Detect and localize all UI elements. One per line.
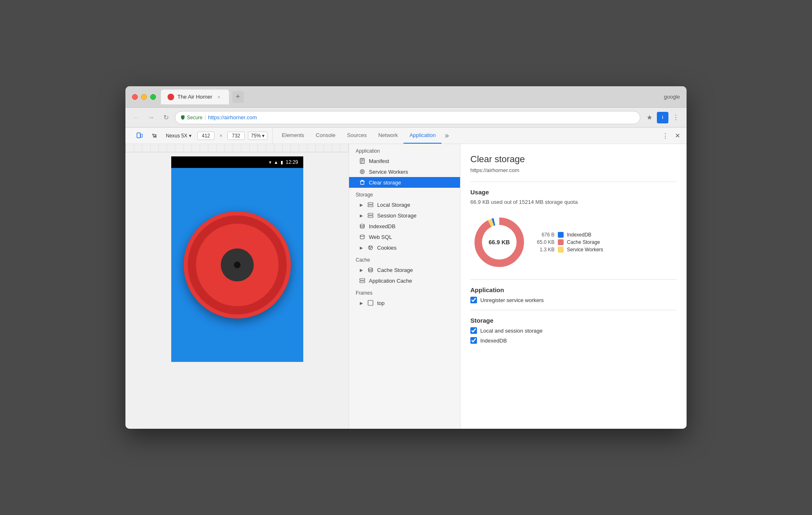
traffic-lights <box>132 94 156 100</box>
secure-badge: Secure <box>180 115 203 120</box>
devtools-more-button[interactable]: ⋮ <box>659 130 671 142</box>
zoom-level: 75% <box>251 133 261 139</box>
device-preview: ▾ ▲ ▮ 12:29 <box>125 152 349 429</box>
bookmark-button[interactable]: ★ <box>644 112 655 123</box>
dimension-x: × <box>218 133 224 139</box>
device-arrow: ▾ <box>189 133 191 139</box>
forward-button[interactable]: → <box>145 112 157 123</box>
chart-area: 66.9 KB 676 B IndexedDB 65.0 KB Cache St… <box>470 213 677 271</box>
zoom-selector[interactable]: 75% ▾ <box>248 132 267 140</box>
sidebar-item-application-cache[interactable]: Application Cache <box>349 275 460 286</box>
zoom-arrow: ▾ <box>262 133 264 139</box>
url-domain: airhorner.com <box>224 114 257 120</box>
cookies-label: Cookies <box>377 245 397 251</box>
preview-pane: ▾ ▲ ▮ 12:29 <box>125 144 349 429</box>
tab-network[interactable]: Network <box>373 128 404 144</box>
svg-rect-22 <box>360 279 365 280</box>
checkbox-unregister-sw: Unregister service workers <box>470 297 677 303</box>
divider-2 <box>470 279 677 280</box>
device-toggle-icon[interactable] <box>134 130 145 142</box>
tab-sources[interactable]: Sources <box>341 128 373 144</box>
cookies-icon <box>367 244 374 251</box>
main-content: ▾ ▲ ▮ 12:29 <box>125 144 687 429</box>
device-selector[interactable]: Nexus 5X ▾ <box>163 131 194 140</box>
sidebar-item-websql[interactable]: Web SQL <box>349 232 460 242</box>
top-label: top <box>377 300 385 306</box>
svg-point-15 <box>360 224 364 226</box>
application-cache-icon <box>359 277 366 284</box>
indexeddb-checkbox[interactable] <box>470 337 477 344</box>
tab-application[interactable]: Application <box>404 128 441 144</box>
tab-area: The Air Horner × + <box>161 90 659 104</box>
height-input[interactable]: 732 <box>227 132 245 140</box>
legend-item-service-workers: 1.3 KB Service Workers <box>536 247 603 253</box>
legend-size-service-workers: 1.3 KB <box>536 247 555 253</box>
manifest-label: Manifest <box>369 158 389 164</box>
sidebar-item-local-storage[interactable]: ▶ Local Storage <box>349 199 460 210</box>
new-tab-button[interactable]: + <box>232 91 244 103</box>
tab-title: The Air Horner <box>177 94 212 100</box>
indexeddb-icon <box>359 223 366 229</box>
title-bar: The Air Horner × + google <box>125 86 687 108</box>
svg-point-7 <box>361 171 363 172</box>
tab-close-button[interactable]: × <box>216 94 222 100</box>
local-storage-icon <box>367 201 374 208</box>
more-options-button[interactable]: ⋮ <box>670 112 682 123</box>
phone-screen: ▾ ▲ ▮ 12:29 <box>171 156 303 362</box>
devtools-close-button[interactable]: ✕ <box>672 130 683 142</box>
cache-storage-arrow: ▶ <box>359 267 364 272</box>
back-button[interactable]: ← <box>130 112 142 123</box>
url-bar-input[interactable]: Secure https://airhorner.com <box>175 111 640 124</box>
storage-section: Storage Local and session storage Indexe… <box>470 317 677 344</box>
legend-dot-indexeddb <box>558 232 564 238</box>
tab-console[interactable]: Console <box>310 128 341 144</box>
donut-chart: 66.9 KB <box>470 213 528 271</box>
manifest-icon <box>359 158 366 164</box>
device-toolbar: Nexus 5X ▾ 412 × 732 75% ▾ <box>129 128 273 144</box>
svg-rect-23 <box>360 281 365 283</box>
sidebar-item-indexeddb[interactable]: IndexedDB <box>349 221 460 232</box>
sidebar-item-session-storage[interactable]: ▶ Session Storage <box>349 210 460 221</box>
svg-point-19 <box>371 247 372 248</box>
application-section-header: Application <box>349 144 460 156</box>
unregister-sw-checkbox[interactable] <box>470 297 477 303</box>
svg-point-6 <box>360 170 364 174</box>
service-workers-icon <box>359 168 366 175</box>
svg-rect-8 <box>361 181 364 184</box>
sidebar-item-cache-storage[interactable]: ▶ Cache Storage <box>349 265 460 275</box>
top-arrow: ▶ <box>359 300 364 305</box>
legend-dot-cache-storage <box>558 239 564 245</box>
minimize-button[interactable] <box>141 94 147 100</box>
sidebar-item-clear-storage[interactable]: Clear storage <box>349 177 460 188</box>
extension-button[interactable]: i <box>657 112 668 123</box>
more-tabs-button[interactable]: » <box>441 131 452 140</box>
unregister-sw-label: Unregister service workers <box>480 297 544 303</box>
svg-rect-1 <box>141 134 142 137</box>
svg-point-17 <box>368 246 373 250</box>
reload-button[interactable]: ↻ <box>160 112 172 123</box>
checkbox-local-session: Local and session storage <box>470 327 677 334</box>
browser-window: The Air Horner × + google ← → ↻ Secure h… <box>125 86 687 429</box>
tab-elements[interactable]: Elements <box>276 128 310 144</box>
width-input[interactable]: 412 <box>197 132 215 140</box>
inspect-icon[interactable] <box>149 130 160 142</box>
legend-item-indexeddb: 676 B IndexedDB <box>536 232 603 238</box>
sidebar-item-cookies[interactable]: ▶ Cookies <box>349 242 460 253</box>
ruler <box>125 144 349 152</box>
status-time: 12:29 <box>286 159 298 165</box>
clear-storage-icon <box>359 179 366 186</box>
local-session-label: Local and session storage <box>480 328 543 334</box>
sidebar-item-service-workers[interactable]: Service Workers <box>349 166 460 177</box>
svg-rect-24 <box>368 300 373 305</box>
indexeddb-label: IndexedDB <box>480 338 507 344</box>
local-storage-label: Local Storage <box>377 202 410 208</box>
sidebar-item-top[interactable]: ▶ top <box>349 298 460 308</box>
url-actions: ★ i ⋮ <box>644 112 682 123</box>
checkbox-indexeddb: IndexedDB <box>470 337 677 344</box>
browser-tab[interactable]: The Air Horner × <box>161 90 229 104</box>
usage-section-title: Usage <box>470 189 677 196</box>
close-button[interactable] <box>132 94 138 100</box>
sidebar-item-manifest[interactable]: Manifest <box>349 156 460 166</box>
maximize-button[interactable] <box>150 94 156 100</box>
local-session-checkbox[interactable] <box>470 327 477 334</box>
